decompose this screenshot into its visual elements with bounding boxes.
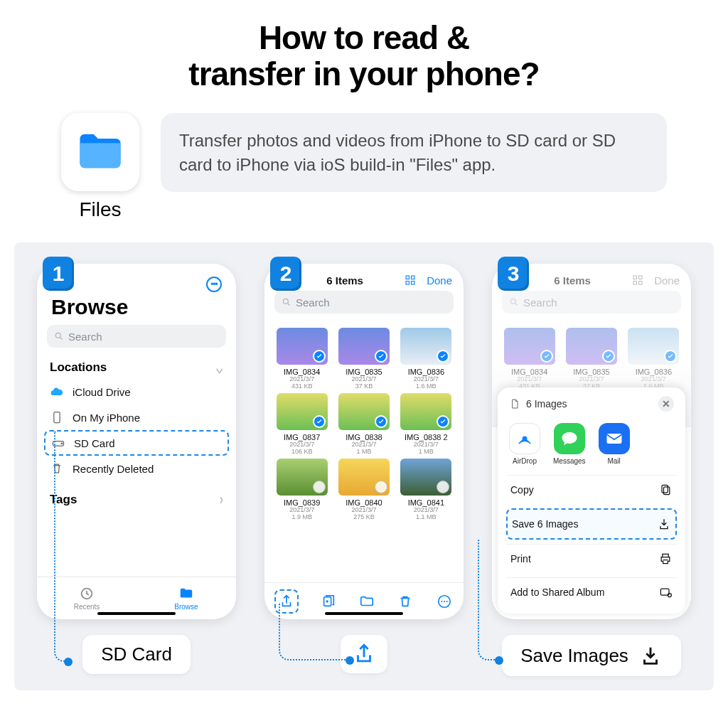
file-size: 106 KB	[291, 449, 313, 456]
phone-screenshot-3: 6 Items Done Search IMG_0834 2021/3/7 43…	[492, 264, 691, 619]
file-item[interactable]: IMG_0841 2021/3/7 1.1 MB	[397, 459, 455, 521]
file-size: 431 KB	[291, 383, 313, 390]
duplicate-button[interactable]	[319, 592, 338, 611]
action-add-shared-album[interactable]: Add to Shared Album	[506, 577, 677, 606]
share-button[interactable]	[274, 589, 299, 614]
file-item[interactable]: IMG_0838 2 2021/3/7 1 MB	[397, 393, 455, 456]
svg-rect-8	[406, 282, 410, 285]
file-item[interactable]: IMG_0835 2021/3/7 37 KB	[562, 328, 620, 390]
search-icon	[54, 331, 64, 341]
search-icon	[282, 297, 291, 307]
copy-icon	[658, 483, 673, 497]
file-size: 275 KB	[353, 514, 375, 521]
browse-title: Browse	[37, 295, 236, 325]
more-icon	[437, 594, 452, 609]
action-copy[interactable]: Copy	[506, 475, 677, 504]
step-badge-1: 1	[43, 257, 74, 291]
svg-point-16	[446, 601, 447, 602]
trash-icon	[50, 461, 64, 476]
share-icon	[279, 594, 294, 609]
mail-icon	[604, 429, 624, 449]
svg-rect-24	[606, 434, 621, 444]
file-size: 1.1 MB	[416, 514, 437, 521]
location-icloud[interactable]: iCloud Drive	[37, 379, 236, 405]
done-button[interactable]: Done	[427, 274, 452, 287]
step-badge-2: 2	[270, 257, 301, 291]
share-target-mail[interactable]: Mail	[599, 423, 630, 465]
move-button[interactable]	[358, 592, 376, 611]
download-icon	[657, 517, 671, 531]
file-item[interactable]: IMG_0835 2021/3/7 37 KB	[335, 328, 392, 390]
svg-point-4	[61, 443, 63, 444]
svg-rect-7	[412, 276, 415, 279]
location-sd-card[interactable]: SD Card	[44, 430, 229, 456]
document-icon	[509, 398, 520, 410]
svg-point-15	[444, 601, 445, 602]
locations-header[interactable]: Locations⌵	[37, 356, 236, 379]
more-button[interactable]	[435, 592, 454, 611]
description-text: Transfer photos and videos from iPhone t…	[161, 113, 667, 192]
callout-save-images: Save Images	[502, 635, 681, 676]
search-input[interactable]: Search	[47, 325, 226, 348]
close-button[interactable]: ✕	[658, 396, 674, 412]
svg-rect-9	[412, 282, 415, 285]
trash-icon	[397, 594, 413, 609]
folder-icon	[359, 594, 375, 609]
svg-line-1	[60, 338, 63, 340]
drive-icon	[51, 436, 65, 450]
search-icon	[509, 297, 519, 307]
svg-point-14	[441, 601, 442, 602]
svg-point-10	[283, 299, 288, 304]
file-size: 1.9 MB	[291, 514, 312, 521]
airdrop-icon	[515, 429, 535, 449]
location-recently-deleted[interactable]: Recently Deleted	[37, 456, 236, 481]
file-item[interactable]: IMG_0840 2021/3/7 275 KB	[335, 459, 392, 521]
file-item[interactable]: IMG_0834 2021/3/7 431 KB	[273, 328, 331, 390]
file-item[interactable]: IMG_0834 2021/3/7 431 KB	[500, 328, 558, 390]
search-input[interactable]: Search	[274, 291, 454, 314]
file-size: 1 MB	[356, 449, 371, 456]
download-icon	[638, 643, 663, 668]
file-item[interactable]: IMG_0836 2021/3/7 1.6 MB	[625, 328, 682, 390]
cloud-icon	[50, 385, 64, 399]
svg-point-21	[510, 299, 515, 304]
svg-rect-25	[662, 486, 668, 493]
item-count: 6 Items	[554, 274, 591, 287]
shared-album-icon	[658, 585, 673, 599]
messages-icon	[560, 429, 579, 449]
location-on-my-iphone[interactable]: On My iPhone	[37, 405, 236, 430]
action-print[interactable]: Print	[506, 544, 677, 573]
page-title: How to read & transfer in your phone?	[0, 0, 728, 92]
item-count: 6 Items	[326, 274, 363, 287]
share-target-airdrop[interactable]: AirDrop	[509, 423, 540, 465]
phone-screenshot-1: ••• Browse Search Locations⌵ iCloud Driv…	[37, 264, 236, 619]
chevron-right-icon: ›	[220, 491, 223, 509]
file-item[interactable]: IMG_0839 2021/3/7 1.9 MB	[273, 459, 331, 521]
file-item[interactable]: IMG_0838 2021/3/7 1 MB	[335, 393, 392, 456]
svg-point-0	[55, 333, 60, 338]
clock-icon	[79, 586, 95, 601]
action-save-images[interactable]: Save 6 Images	[506, 508, 677, 540]
svg-rect-19	[633, 282, 637, 285]
share-sheet: 6 Images ✕ AirDrop Messages Mai	[498, 387, 685, 614]
print-icon	[658, 552, 673, 566]
delete-button[interactable]	[396, 592, 414, 611]
svg-rect-6	[406, 276, 410, 279]
callout-sd-card: SD Card	[82, 635, 191, 674]
grid-icon	[631, 274, 644, 287]
phone-screenshot-2: 6 Items Done Search IMG_0834 2021/3/7 43…	[264, 264, 464, 619]
svg-rect-17	[633, 276, 637, 279]
svg-rect-2	[54, 412, 60, 423]
more-icon[interactable]: •••	[206, 277, 222, 292]
callout-share	[341, 635, 387, 673]
share-target-messages[interactable]: Messages	[553, 423, 586, 465]
file-size: 1 MB	[419, 449, 434, 456]
share-icon	[352, 642, 376, 666]
file-size: 1.6 MB	[416, 383, 437, 390]
file-item[interactable]: IMG_0837 2021/3/7 106 KB	[273, 393, 331, 456]
svg-rect-20	[639, 282, 643, 285]
file-item[interactable]: IMG_0836 2021/3/7 1.6 MB	[397, 328, 455, 390]
tags-header[interactable]: Tags›	[37, 488, 236, 511]
grid-icon[interactable]	[404, 274, 417, 287]
svg-rect-26	[664, 487, 670, 495]
